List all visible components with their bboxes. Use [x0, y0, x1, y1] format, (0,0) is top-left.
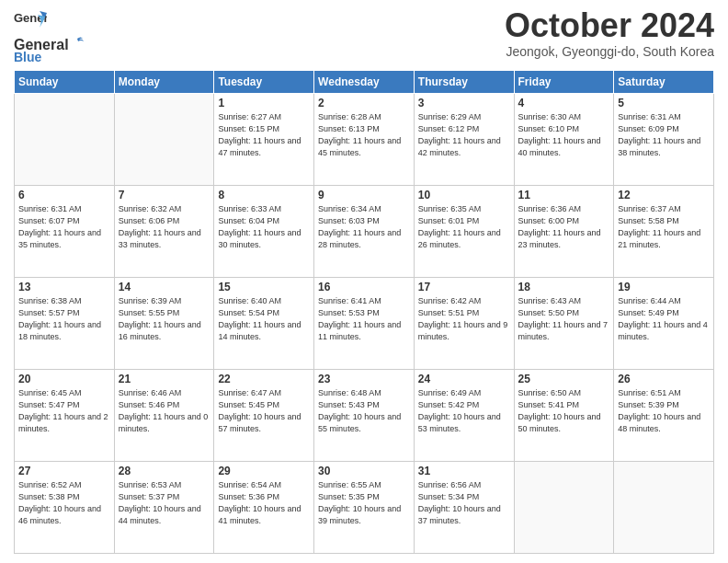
calendar-cell: 5Sunrise: 6:31 AM Sunset: 6:09 PM Daylig… — [614, 94, 714, 186]
day-info: Sunrise: 6:52 AM Sunset: 5:38 PM Dayligh… — [18, 479, 110, 527]
day-info: Sunrise: 6:36 AM Sunset: 6:00 PM Dayligh… — [518, 203, 610, 251]
calendar-cell: 20Sunrise: 6:45 AM Sunset: 5:47 PM Dayli… — [15, 370, 115, 462]
calendar-cell: 31Sunrise: 6:56 AM Sunset: 5:34 PM Dayli… — [414, 462, 514, 554]
calendar-cell: 3Sunrise: 6:29 AM Sunset: 6:12 PM Daylig… — [414, 94, 514, 186]
calendar-day-header: Thursday — [414, 71, 514, 94]
day-info: Sunrise: 6:41 AM Sunset: 5:53 PM Dayligh… — [318, 295, 410, 343]
calendar-cell — [15, 94, 115, 186]
day-number: 24 — [418, 373, 510, 385]
calendar-week-row: 13Sunrise: 6:38 AM Sunset: 5:57 PM Dayli… — [15, 278, 714, 370]
calendar-week-row: 6Sunrise: 6:31 AM Sunset: 6:07 PM Daylig… — [15, 186, 714, 278]
day-number: 28 — [119, 465, 210, 477]
day-info: Sunrise: 6:27 AM Sunset: 6:15 PM Dayligh… — [218, 111, 310, 159]
calendar-day-header: Monday — [114, 71, 214, 94]
day-number: 22 — [218, 373, 310, 385]
calendar-cell: 2Sunrise: 6:28 AM Sunset: 6:13 PM Daylig… — [314, 94, 415, 186]
day-info: Sunrise: 6:42 AM Sunset: 5:51 PM Dayligh… — [418, 295, 510, 343]
day-info: Sunrise: 6:30 AM Sunset: 6:10 PM Dayligh… — [518, 111, 610, 159]
day-number: 20 — [18, 373, 110, 385]
day-number: 6 — [18, 189, 110, 201]
day-number: 2 — [318, 97, 410, 109]
day-number: 18 — [518, 281, 610, 293]
day-number: 27 — [18, 465, 110, 477]
calendar-cell: 29Sunrise: 6:54 AM Sunset: 5:36 PM Dayli… — [214, 462, 314, 554]
day-info: Sunrise: 6:35 AM Sunset: 6:01 PM Dayligh… — [418, 203, 510, 251]
day-info: Sunrise: 6:46 AM Sunset: 5:46 PM Dayligh… — [119, 387, 210, 435]
day-info: Sunrise: 6:28 AM Sunset: 6:13 PM Dayligh… — [318, 111, 410, 159]
day-info: Sunrise: 6:32 AM Sunset: 6:06 PM Dayligh… — [119, 203, 210, 251]
header: General General Blue October 2024 Jeongo… — [14, 9, 714, 64]
calendar-cell: 28Sunrise: 6:53 AM Sunset: 5:37 PM Dayli… — [114, 462, 214, 554]
day-info: Sunrise: 6:33 AM Sunset: 6:04 PM Dayligh… — [218, 203, 310, 251]
calendar-week-row: 27Sunrise: 6:52 AM Sunset: 5:38 PM Dayli… — [15, 462, 714, 554]
day-number: 7 — [119, 189, 210, 201]
day-number: 4 — [518, 97, 610, 109]
day-info: Sunrise: 6:40 AM Sunset: 5:54 PM Dayligh… — [218, 295, 310, 343]
calendar-day-header: Friday — [514, 71, 614, 94]
calendar-week-row: 1Sunrise: 6:27 AM Sunset: 6:15 PM Daylig… — [15, 94, 714, 186]
month-title: October 2024 — [505, 9, 714, 42]
logo-blue: Blue — [14, 50, 41, 64]
day-info: Sunrise: 6:31 AM Sunset: 6:07 PM Dayligh… — [18, 203, 110, 251]
day-number: 30 — [318, 465, 410, 477]
location-subtitle: Jeongok, Gyeonggi-do, South Korea — [505, 44, 714, 59]
day-info: Sunrise: 6:38 AM Sunset: 5:57 PM Dayligh… — [18, 295, 110, 343]
day-info: Sunrise: 6:34 AM Sunset: 6:03 PM Dayligh… — [318, 203, 410, 251]
day-number: 31 — [418, 465, 510, 477]
calendar-cell: 30Sunrise: 6:55 AM Sunset: 5:35 PM Dayli… — [314, 462, 415, 554]
day-number: 1 — [218, 97, 310, 109]
calendar-day-header: Tuesday — [214, 71, 314, 94]
day-number: 26 — [618, 373, 710, 385]
calendar-cell: 6Sunrise: 6:31 AM Sunset: 6:07 PM Daylig… — [15, 186, 115, 278]
logo-icon: General — [14, 9, 47, 35]
day-number: 9 — [318, 189, 410, 201]
calendar-cell: 24Sunrise: 6:49 AM Sunset: 5:42 PM Dayli… — [414, 370, 514, 462]
day-number: 16 — [318, 281, 410, 293]
day-number: 23 — [318, 373, 410, 385]
day-info: Sunrise: 6:47 AM Sunset: 5:45 PM Dayligh… — [218, 387, 310, 435]
calendar-cell: 13Sunrise: 6:38 AM Sunset: 5:57 PM Dayli… — [15, 278, 115, 370]
calendar-cell: 23Sunrise: 6:48 AM Sunset: 5:43 PM Dayli… — [314, 370, 415, 462]
day-info: Sunrise: 6:39 AM Sunset: 5:55 PM Dayligh… — [119, 295, 210, 343]
calendar-cell — [114, 94, 214, 186]
day-info: Sunrise: 6:56 AM Sunset: 5:34 PM Dayligh… — [418, 479, 510, 527]
day-info: Sunrise: 6:49 AM Sunset: 5:42 PM Dayligh… — [418, 387, 510, 435]
day-number: 17 — [418, 281, 510, 293]
day-number: 11 — [518, 189, 610, 201]
day-info: Sunrise: 6:48 AM Sunset: 5:43 PM Dayligh… — [318, 387, 410, 435]
calendar-cell: 26Sunrise: 6:51 AM Sunset: 5:39 PM Dayli… — [614, 370, 714, 462]
calendar-cell: 1Sunrise: 6:27 AM Sunset: 6:15 PM Daylig… — [214, 94, 314, 186]
calendar-cell: 8Sunrise: 6:33 AM Sunset: 6:04 PM Daylig… — [214, 186, 314, 278]
calendar-cell: 4Sunrise: 6:30 AM Sunset: 6:10 PM Daylig… — [514, 94, 614, 186]
day-info: Sunrise: 6:54 AM Sunset: 5:36 PM Dayligh… — [218, 479, 310, 527]
day-info: Sunrise: 6:45 AM Sunset: 5:47 PM Dayligh… — [18, 387, 110, 435]
day-info: Sunrise: 6:29 AM Sunset: 6:12 PM Dayligh… — [418, 111, 510, 159]
day-info: Sunrise: 6:53 AM Sunset: 5:37 PM Dayligh… — [119, 479, 210, 527]
calendar-cell: 10Sunrise: 6:35 AM Sunset: 6:01 PM Dayli… — [414, 186, 514, 278]
day-info: Sunrise: 6:43 AM Sunset: 5:50 PM Dayligh… — [518, 295, 610, 343]
day-info: Sunrise: 6:31 AM Sunset: 6:09 PM Dayligh… — [618, 111, 710, 159]
day-info: Sunrise: 6:50 AM Sunset: 5:41 PM Dayligh… — [518, 387, 610, 435]
calendar-week-row: 20Sunrise: 6:45 AM Sunset: 5:47 PM Dayli… — [15, 370, 714, 462]
calendar-cell: 22Sunrise: 6:47 AM Sunset: 5:45 PM Dayli… — [214, 370, 314, 462]
day-number: 15 — [218, 281, 310, 293]
day-number: 3 — [418, 97, 510, 109]
day-number: 13 — [18, 281, 110, 293]
calendar-cell: 27Sunrise: 6:52 AM Sunset: 5:38 PM Dayli… — [15, 462, 115, 554]
day-number: 5 — [618, 97, 710, 109]
calendar-cell: 15Sunrise: 6:40 AM Sunset: 5:54 PM Dayli… — [214, 278, 314, 370]
calendar-cell: 14Sunrise: 6:39 AM Sunset: 5:55 PM Dayli… — [114, 278, 214, 370]
day-number: 10 — [418, 189, 510, 201]
calendar-cell — [514, 462, 614, 554]
calendar-cell: 9Sunrise: 6:34 AM Sunset: 6:03 PM Daylig… — [314, 186, 415, 278]
day-info: Sunrise: 6:44 AM Sunset: 5:49 PM Dayligh… — [618, 295, 710, 343]
calendar-cell: 25Sunrise: 6:50 AM Sunset: 5:41 PM Dayli… — [514, 370, 614, 462]
calendar-cell: 12Sunrise: 6:37 AM Sunset: 5:58 PM Dayli… — [614, 186, 714, 278]
page: General General Blue October 2024 Jeongo… — [0, 0, 728, 563]
logo: General General Blue — [14, 9, 85, 64]
calendar-cell — [614, 462, 714, 554]
title-block: October 2024 Jeongok, Gyeonggi-do, South… — [505, 9, 714, 59]
calendar-cell: 16Sunrise: 6:41 AM Sunset: 5:53 PM Dayli… — [314, 278, 415, 370]
calendar-day-header: Wednesday — [314, 71, 415, 94]
day-info: Sunrise: 6:55 AM Sunset: 5:35 PM Dayligh… — [318, 479, 410, 527]
